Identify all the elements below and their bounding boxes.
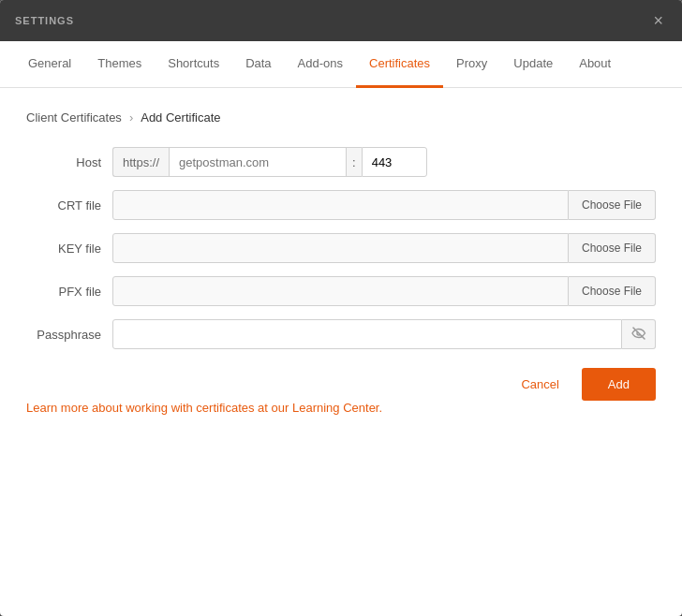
- pfx-row: PFX file Choose File: [26, 276, 656, 306]
- tab-certificates[interactable]: Certificates: [356, 41, 443, 88]
- toggle-password-button[interactable]: [622, 319, 656, 349]
- eye-slash-icon: [631, 326, 646, 344]
- crt-file-display: [112, 190, 569, 220]
- tab-about[interactable]: About: [566, 41, 624, 88]
- pfx-file-group: Choose File: [112, 276, 656, 306]
- key-label: KEY file: [26, 242, 101, 256]
- tab-themes[interactable]: Themes: [84, 41, 155, 88]
- key-choose-button[interactable]: Choose File: [569, 233, 656, 263]
- breadcrumb-separator: ›: [129, 110, 133, 125]
- add-button[interactable]: Add: [582, 368, 656, 401]
- host-input[interactable]: [169, 147, 347, 177]
- tab-update[interactable]: Update: [500, 41, 566, 88]
- breadcrumb-parent: Client Certificates: [26, 110, 122, 125]
- passphrase-input-group: [112, 319, 656, 349]
- passphrase-input[interactable]: [112, 319, 622, 349]
- host-input-group: https:// :: [112, 147, 427, 177]
- titlebar: SETTINGS ×: [0, 0, 682, 41]
- add-certificate-form: Host https:// : CRT file Choose File KEY: [26, 147, 656, 401]
- pfx-label: PFX file: [26, 285, 101, 299]
- tab-general[interactable]: General: [15, 41, 84, 88]
- tab-addons[interactable]: Add-ons: [285, 41, 356, 88]
- host-row: Host https:// :: [26, 147, 656, 177]
- breadcrumb: Client Certificates › Add Certificate: [26, 110, 656, 125]
- key-file-display: [112, 233, 569, 263]
- breadcrumb-current: Add Certificate: [141, 110, 220, 125]
- learn-more-link[interactable]: Learn more about working with certificat…: [26, 401, 382, 415]
- crt-label: CRT file: [26, 198, 101, 213]
- crt-file-group: Choose File: [112, 190, 656, 220]
- close-button[interactable]: ×: [649, 8, 667, 33]
- pfx-choose-button[interactable]: Choose File: [569, 276, 656, 306]
- key-row: KEY file Choose File: [26, 233, 656, 263]
- nav-tabs: General Themes Shortcuts Data Add-ons Ce…: [0, 41, 682, 88]
- content-area: Client Certificates › Add Certificate Ho…: [0, 88, 682, 616]
- tab-shortcuts[interactable]: Shortcuts: [155, 41, 232, 88]
- tab-data[interactable]: Data: [232, 41, 284, 88]
- crt-choose-button[interactable]: Choose File: [569, 190, 656, 220]
- port-separator: :: [347, 147, 362, 177]
- settings-modal: SETTINGS × General Themes Shortcuts Data…: [0, 0, 682, 616]
- key-file-group: Choose File: [112, 233, 656, 263]
- modal-title: SETTINGS: [15, 15, 74, 26]
- host-prefix: https://: [112, 147, 169, 177]
- form-actions: Cancel Add: [26, 368, 656, 401]
- host-label: Host: [26, 155, 101, 169]
- tab-proxy[interactable]: Proxy: [443, 41, 500, 88]
- passphrase-row: Passphrase: [26, 319, 656, 349]
- passphrase-label: Passphrase: [26, 328, 101, 342]
- cancel-button[interactable]: Cancel: [510, 370, 570, 399]
- port-input[interactable]: [362, 147, 427, 177]
- pfx-file-display: [112, 276, 569, 306]
- crt-row: CRT file Choose File: [26, 190, 656, 220]
